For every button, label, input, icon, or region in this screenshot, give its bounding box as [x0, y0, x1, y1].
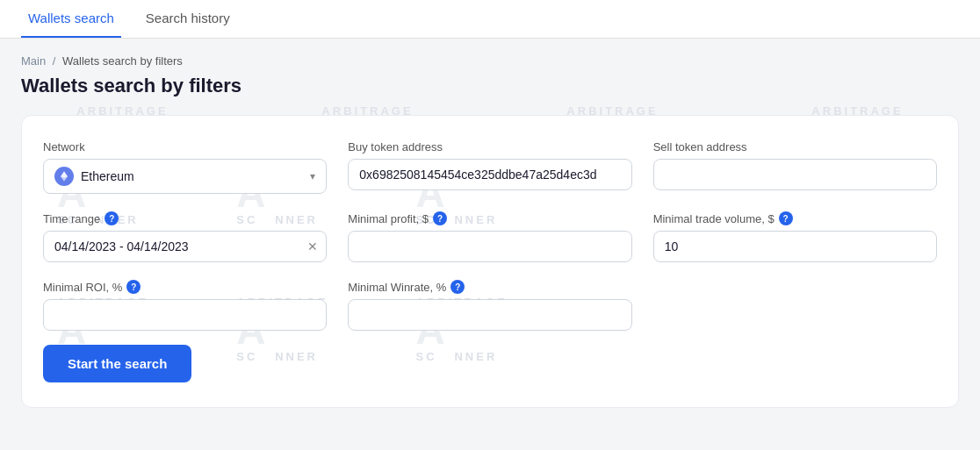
page-title: Wallets search by filters	[21, 75, 959, 97]
breadcrumb: Main / Wallets search by filters	[21, 54, 959, 68]
breadcrumb-current: Wallets search by filters	[62, 54, 183, 68]
chevron-down-icon: ▾	[310, 170, 315, 182]
buy-token-group: Buy token address	[348, 140, 631, 194]
tab-search-history[interactable]: Search history	[139, 0, 237, 38]
buy-token-input[interactable]	[348, 159, 631, 190]
sell-token-input[interactable]	[653, 159, 937, 190]
breadcrumb-home[interactable]: Main	[21, 54, 46, 68]
minimal-roi-label: Minimal ROI, % ?	[43, 280, 327, 294]
minimal-profit-input[interactable]	[348, 231, 631, 262]
network-value: Ethereum	[81, 169, 303, 183]
time-range-input[interactable]	[43, 231, 327, 262]
start-search-button[interactable]: Start the search	[43, 345, 191, 382]
minimal-profit-help-icon: ?	[433, 211, 447, 225]
date-range-wrapper: ✕	[43, 231, 327, 262]
minimal-roi-help-icon: ?	[126, 280, 141, 294]
minimal-trade-volume-label: Minimal trade volume, $ ?	[653, 211, 937, 225]
tab-bar: Wallets search Search history	[0, 0, 980, 39]
main-content: ARBITRAGE A SC NNER ARBITRAGE A SC NNER …	[0, 39, 980, 429]
minimal-trade-volume-input[interactable]	[653, 231, 937, 262]
minimal-roi-input[interactable]	[43, 299, 327, 331]
filter-card: ARBITRAGE A SC NNER ARBITRAGE A SC NNER …	[21, 115, 959, 408]
time-range-label: Time range ?	[43, 211, 327, 225]
tab-wallets-search[interactable]: Wallets search	[21, 0, 121, 38]
sell-token-group: Sell token address	[653, 140, 937, 194]
minimal-winrate-label: Minimal Winrate, % ?	[348, 280, 631, 294]
sell-token-label: Sell token address	[653, 140, 937, 154]
minimal-winrate-group: Minimal Winrate, % ?	[348, 280, 631, 331]
buy-token-label: Buy token address	[348, 140, 631, 154]
network-label: Network	[43, 140, 327, 154]
time-range-group: Time range ? ✕	[43, 211, 327, 262]
breadcrumb-separator: /	[53, 54, 56, 68]
network-group: Network Ethereum ▾	[43, 140, 327, 194]
time-range-help-icon: ?	[104, 211, 119, 225]
minimal-trade-volume-group: Minimal trade volume, $ ?	[653, 211, 937, 262]
network-select[interactable]: Ethereum ▾	[43, 159, 327, 194]
minimal-trade-volume-help-icon: ?	[779, 211, 793, 225]
minimal-winrate-input[interactable]	[348, 299, 631, 331]
minimal-profit-group: Minimal profit, $ ?	[348, 211, 631, 262]
date-clear-button[interactable]: ✕	[307, 240, 318, 253]
minimal-roi-group: Minimal ROI, % ?	[43, 280, 327, 331]
minimal-profit-label: Minimal profit, $ ?	[348, 211, 631, 225]
ethereum-icon	[54, 167, 74, 186]
minimal-winrate-help-icon: ?	[450, 280, 465, 294]
form-grid: Network Ethereum ▾ Buy token address	[43, 140, 937, 331]
